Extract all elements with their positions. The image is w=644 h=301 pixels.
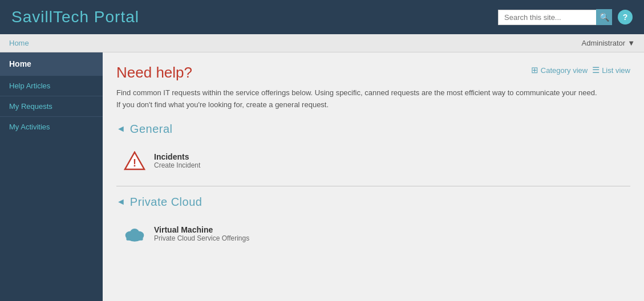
virtual-machine-item[interactable]: Virtual Machine Private Cloud Service Of… [116, 218, 630, 250]
help-description: Find common IT requests within the servi… [116, 87, 630, 111]
general-section-title: General [130, 123, 173, 136]
header: SavillTech Portal 🔍 ? [0, 0, 644, 34]
general-arrow-icon: ◄ [116, 124, 125, 134]
virtual-machine-text: Virtual Machine Private Cloud Service Of… [154, 225, 249, 242]
help-icon: ? [623, 13, 628, 22]
sidebar-home-label: Home [9, 59, 31, 68]
category-view-icon: ⊞ [531, 65, 538, 75]
incidents-subtitle: Create Incident [154, 161, 200, 169]
general-section: ◄ General ! Incidents Create Incident [116, 123, 630, 177]
list-view-button[interactable]: ☰ List view [592, 65, 630, 75]
incidents-title: Incidents [154, 152, 200, 161]
list-view-icon: ☰ [592, 65, 600, 75]
main-layout: Home Help Articles My Requests My Activi… [0, 52, 644, 301]
header-right: 🔍 ? [498, 10, 633, 25]
section-divider-1 [116, 186, 630, 186]
private-cloud-section: ◄ Private Cloud Virtual Ma [116, 196, 630, 250]
search-input[interactable] [498, 10, 612, 25]
help-desc-line2: If you don't find what you're looking fo… [116, 100, 329, 109]
sidebar-item-home[interactable]: Home [0, 52, 103, 75]
category-view-button[interactable]: ⊞ Category view [531, 65, 588, 75]
general-section-header: ◄ General [116, 123, 630, 136]
svg-rect-6 [126, 235, 143, 240]
content-inner: ⊞ Category view ☰ List view Need help? F… [116, 64, 630, 254]
private-cloud-arrow-icon: ◄ [116, 197, 125, 207]
view-controls: ⊞ Category view ☰ List view [531, 65, 630, 75]
sidebar-label-help-articles: Help Articles [9, 82, 50, 90]
incidents-item[interactable]: ! Incidents Create Incident [116, 145, 630, 177]
virtual-machine-icon [123, 222, 146, 245]
virtual-machine-title: Virtual Machine [154, 225, 249, 234]
virtual-machine-subtitle: Private Cloud Service Offerings [154, 234, 249, 242]
search-button[interactable]: 🔍 [596, 9, 612, 25]
help-button[interactable]: ? [618, 10, 633, 25]
sidebar-label-my-requests: My Requests [9, 102, 52, 111]
incidents-icon: ! [123, 149, 146, 172]
incidents-text: Incidents Create Incident [154, 152, 200, 169]
app-title: SavillTech Portal [11, 8, 139, 26]
search-container: 🔍 [498, 10, 612, 25]
main-content: ⊞ Category view ☰ List view Need help? F… [103, 52, 644, 301]
admin-menu[interactable]: Administrator ▼ [582, 39, 635, 47]
svg-text:!: ! [133, 157, 136, 169]
category-view-label: Category view [541, 66, 588, 75]
sidebar-label-my-activities: My Activities [9, 123, 50, 131]
cloud-icon-svg [123, 224, 146, 243]
warning-triangle-svg: ! [124, 151, 145, 170]
sidebar-item-help-articles[interactable]: Help Articles [0, 75, 103, 96]
sidebar-item-my-activities[interactable]: My Activities [0, 116, 103, 137]
sidebar-item-my-requests[interactable]: My Requests [0, 96, 103, 116]
breadcrumb-bar: Home Administrator ▼ [0, 34, 644, 52]
sidebar: Home Help Articles My Requests My Activi… [0, 52, 103, 301]
search-icon: 🔍 [600, 13, 609, 22]
private-cloud-section-header: ◄ Private Cloud [116, 196, 630, 209]
breadcrumb-home[interactable]: Home [9, 39, 29, 47]
help-desc-line1: Find common IT requests within the servi… [116, 88, 597, 97]
private-cloud-section-title: Private Cloud [130, 196, 202, 209]
admin-arrow-icon: ▼ [627, 39, 635, 47]
list-view-label: List view [602, 66, 630, 75]
admin-label-text: Administrator [582, 39, 626, 47]
